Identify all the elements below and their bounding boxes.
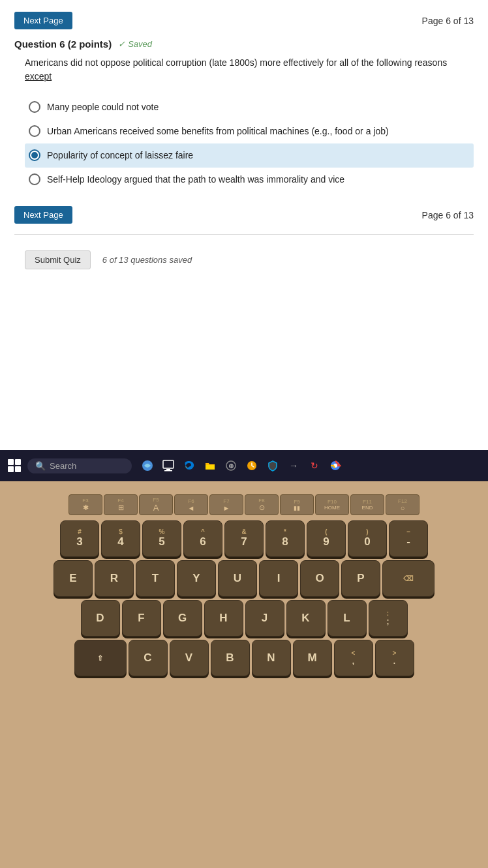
- search-label: Search: [50, 461, 76, 471]
- option-b[interactable]: Urban Americans received some benefits f…: [25, 119, 474, 143]
- f5-key[interactable]: F5A: [139, 494, 173, 515]
- taskbar-edge[interactable]: [180, 456, 198, 475]
- radio-c[interactable]: [29, 149, 40, 161]
- key-7[interactable]: &7: [224, 520, 264, 557]
- svg-rect-4: [206, 465, 215, 470]
- key-f[interactable]: F: [122, 600, 161, 636]
- asdf-key-row: D F G H J K L :;: [0, 600, 488, 636]
- key-o[interactable]: O: [300, 560, 339, 597]
- key-colon[interactable]: :;: [369, 600, 408, 636]
- key-m[interactable]: M: [293, 640, 332, 676]
- taskbar-file-explorer[interactable]: [201, 456, 219, 475]
- f9-key[interactable]: F9▮▮: [280, 494, 314, 515]
- f8-key[interactable]: F8⊙: [245, 494, 279, 515]
- option-d[interactable]: Self-Help Ideology argued that the path …: [25, 168, 474, 192]
- key-i[interactable]: I: [259, 560, 298, 597]
- key-period[interactable]: >.: [375, 640, 414, 676]
- radio-a[interactable]: [29, 101, 40, 113]
- taskbar-shield[interactable]: [264, 456, 282, 475]
- key-4[interactable]: $4: [101, 520, 140, 557]
- taskbar-app-2[interactable]: ⊕: [222, 456, 240, 475]
- radio-b[interactable]: [29, 125, 40, 137]
- key-c[interactable]: C: [129, 640, 168, 676]
- divider: [14, 234, 474, 235]
- key-j[interactable]: J: [245, 600, 284, 636]
- key-comma[interactable]: <,: [334, 640, 373, 676]
- f6-key[interactable]: F6◄: [174, 494, 208, 515]
- option-d-text: Self-Help Ideology argued that the path …: [47, 173, 344, 187]
- submit-status: 6 of 13 questions saved: [102, 255, 192, 265]
- key-d[interactable]: D: [81, 600, 120, 636]
- key-backspace[interactable]: ⌫: [382, 560, 435, 597]
- key-l[interactable]: L: [328, 600, 367, 636]
- radio-d[interactable]: [29, 173, 40, 185]
- search-icon: 🔍: [35, 461, 46, 471]
- key-shift-left[interactable]: ⇧: [74, 640, 127, 676]
- f10-key[interactable]: F10HOME: [315, 494, 349, 515]
- key-e[interactable]: E: [53, 560, 93, 597]
- taskbar-search[interactable]: 🔍 Search: [27, 458, 132, 473]
- radio-c-fill: [31, 152, 38, 158]
- quiz-content: Next Page Page 6 of 13 Question 6 (2 poi…: [0, 0, 488, 450]
- key-n[interactable]: N: [252, 640, 291, 676]
- f11-key[interactable]: F11END: [350, 494, 384, 515]
- windows-sq-3: [8, 466, 14, 472]
- key-p[interactable]: P: [341, 560, 380, 597]
- number-key-row: #3 $4 %5 ^6 &7 *8 (9 )0 –-: [0, 520, 488, 557]
- key-h[interactable]: H: [204, 600, 243, 636]
- key-g[interactable]: G: [163, 600, 202, 636]
- windows-start-button[interactable]: [5, 456, 23, 475]
- question-header: Question 6 (2 points) ✓ Saved: [14, 38, 474, 50]
- option-a[interactable]: Many people could not vote: [25, 95, 474, 119]
- taskbar-clock[interactable]: [243, 456, 261, 475]
- page-info-top: Page 6 of 13: [422, 16, 474, 26]
- zxcv-key-row: ⇧ C V B N M <, >.: [0, 640, 488, 676]
- taskbar-desktop[interactable]: [159, 456, 177, 475]
- svg-text:⊕: ⊕: [228, 462, 234, 470]
- submit-quiz-button[interactable]: Submit Quiz: [25, 250, 91, 269]
- key-r[interactable]: R: [95, 560, 134, 597]
- key-9[interactable]: (9: [307, 520, 346, 557]
- key-0[interactable]: )0: [348, 520, 387, 557]
- question-text: Americans did not oppose political corru…: [14, 56, 474, 83]
- next-page-button-bottom[interactable]: Next Page: [14, 206, 72, 224]
- svg-rect-1: [163, 460, 174, 468]
- key-minus[interactable]: –-: [389, 520, 428, 557]
- question-title: Question 6 (2 points): [14, 38, 112, 50]
- option-c[interactable]: Popularity of concept of laissez faire: [25, 143, 474, 168]
- f7-key[interactable]: F7►: [209, 494, 243, 515]
- windows-sq-2: [15, 459, 21, 465]
- saved-label: Saved: [128, 39, 152, 49]
- qwerty-key-row: E R T Y U I O P ⌫: [0, 560, 488, 597]
- svg-rect-3: [164, 470, 172, 471]
- taskbar-app-1[interactable]: [138, 456, 157, 475]
- option-c-text: Popularity of concept of laissez faire: [47, 149, 193, 162]
- svg-rect-2: [166, 469, 170, 470]
- f12-key[interactable]: F12○: [386, 494, 419, 515]
- submit-area: Submit Quiz 6 of 13 questions saved: [14, 245, 474, 275]
- key-3[interactable]: #3: [60, 520, 99, 557]
- next-page-button-top[interactable]: Next Page: [14, 12, 72, 29]
- taskbar-refresh[interactable]: ↻: [305, 456, 324, 475]
- quiz-area: Next Page Page 6 of 13 Question 6 (2 poi…: [0, 0, 488, 450]
- answer-options: Many people could not vote Urban America…: [14, 95, 474, 192]
- key-u[interactable]: U: [218, 560, 257, 597]
- f4-key[interactable]: F4⊞: [104, 494, 138, 515]
- function-key-row: F3✱ F4⊞ F5A F6◄ F7► F8⊙ F9▮▮ F10HOME F11…: [0, 494, 488, 515]
- taskbar-arrow[interactable]: →: [284, 456, 303, 475]
- windows-sq-4: [15, 466, 21, 472]
- option-b-text: Urban Americans received some benefits f…: [47, 125, 389, 138]
- f3-key[interactable]: F3✱: [69, 494, 102, 515]
- key-8[interactable]: *8: [266, 520, 305, 557]
- key-6[interactable]: ^6: [183, 520, 222, 557]
- keyboard-section: F3✱ F4⊞ F5A F6◄ F7► F8⊙ F9▮▮ F10HOME F11…: [0, 481, 488, 676]
- key-k[interactable]: K: [286, 600, 326, 636]
- taskbar-icons: ⊕ → ↻: [138, 456, 344, 475]
- taskbar-chrome[interactable]: [326, 456, 344, 475]
- key-v[interactable]: V: [170, 640, 209, 676]
- key-b[interactable]: B: [211, 640, 250, 676]
- key-t[interactable]: T: [136, 560, 175, 597]
- key-5[interactable]: %5: [142, 520, 181, 557]
- option-a-text: Many people could not vote: [47, 100, 159, 114]
- key-y[interactable]: Y: [177, 560, 216, 597]
